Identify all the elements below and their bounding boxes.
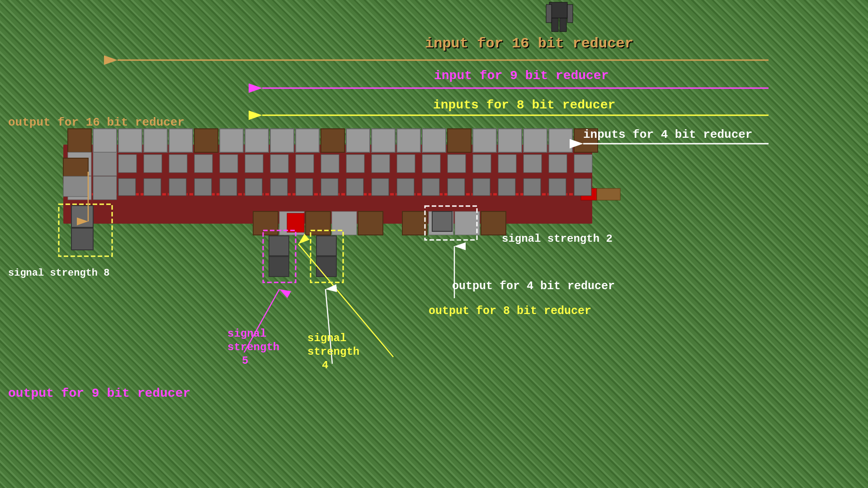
background	[0, 0, 868, 488]
